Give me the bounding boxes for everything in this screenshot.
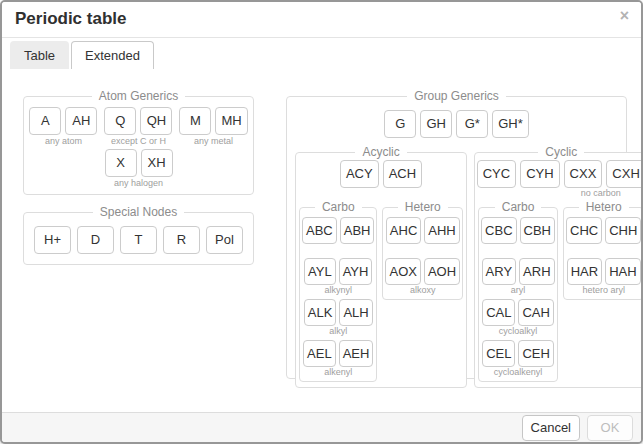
alkenyl-label: alkenyl (324, 367, 352, 378)
no-carbon-label: no carbon (558, 188, 643, 199)
ahc-group: AHC AHH (385, 217, 460, 255)
cycloalkyl-group: CAL CAH cycloalkyl (481, 299, 555, 337)
cel-button[interactable]: CEL (482, 340, 515, 367)
group-generics-columns: Acyclic ACY ACH Carbo ABC ABH (287, 138, 626, 388)
alh-button[interactable]: ALH (339, 299, 372, 326)
abc-button[interactable]: ABC (302, 217, 337, 244)
pol-button[interactable]: Pol (206, 226, 243, 254)
cxx-button[interactable]: CXX (564, 160, 603, 188)
cal-button[interactable]: CAL (482, 299, 515, 326)
arh-button[interactable]: ARH (519, 258, 554, 285)
any-atom-group: A AH any atom (29, 107, 97, 147)
abc-group: ABC ABH (302, 217, 374, 255)
cbc-button[interactable]: CBC (481, 217, 516, 244)
cbh-button[interactable]: CBH (520, 217, 555, 244)
hetero-aryl-group: HAR HAH hetero aryl (566, 258, 641, 296)
h-plus-button[interactable]: H+ (34, 226, 71, 254)
cyclic-top-row: CYC CYH CXX CXH (475, 159, 643, 188)
cxh-button[interactable]: CXH (606, 160, 643, 188)
dialog-footer: Cancel OK (2, 412, 641, 442)
g-star-button[interactable]: G* (456, 110, 488, 138)
cyh-button[interactable]: CYH (520, 160, 559, 188)
har-button[interactable]: HAR (567, 258, 602, 285)
ael-button[interactable]: AEL (303, 340, 336, 367)
xh-button[interactable]: XH (141, 149, 173, 177)
x-button[interactable]: X (105, 149, 137, 177)
ok-button[interactable]: OK (587, 415, 633, 441)
alkyl-group: ALK ALH alkyl (302, 299, 374, 337)
abh-button[interactable]: ABH (340, 217, 375, 244)
gh-button[interactable]: GH (420, 110, 452, 138)
r-button[interactable]: R (163, 226, 200, 254)
d-button[interactable]: D (77, 226, 114, 254)
any-atom-label: any atom (45, 135, 82, 147)
aryl-group: ARY ARH aryl (481, 258, 555, 296)
special-nodes-row: H+ D T R Pol (24, 219, 253, 254)
cyclic-hetero-legend: Hetero (579, 200, 629, 214)
close-icon[interactable]: × (620, 8, 629, 24)
chh-button[interactable]: CHH (605, 217, 641, 244)
except-c-or-h-group: Q QH except C or H (104, 107, 172, 147)
a-button[interactable]: A (29, 107, 61, 135)
cycloalkenyl-label: cycloalkenyl (494, 367, 543, 378)
hetero-aryl-label: hetero aryl (582, 285, 625, 296)
alkoxy-group: AOX AOH alkoxy (385, 258, 460, 296)
ah-button[interactable]: AH (65, 107, 97, 135)
cbc-group: CBC CBH (481, 217, 555, 255)
atom-generics-row-1: A AH any atom Q QH except C or H M MH an… (24, 103, 253, 147)
ahc-button[interactable]: AHC (386, 217, 421, 244)
acyclic-top-row: ACY ACH (296, 159, 466, 188)
alk-button[interactable]: ALK (304, 299, 337, 326)
tab-table[interactable]: Table (10, 41, 69, 69)
acyclic-hetero-legend: Hetero (398, 200, 448, 214)
tab-extended[interactable]: Extended (71, 41, 154, 69)
t-button[interactable]: T (120, 226, 157, 254)
aox-button[interactable]: AOX (385, 258, 420, 285)
special-nodes-fieldset: Special Nodes H+ D T R Pol (23, 205, 254, 265)
cancel-button[interactable]: Cancel (522, 415, 580, 441)
alkynyl-label: alkynyl (324, 285, 352, 296)
atom-generics-legend: Atom Generics (92, 89, 185, 103)
periodic-table-dialog: Periodic table × Table Extended Atom Gen… (0, 0, 643, 444)
spacer-label (296, 188, 466, 199)
dialog-title: Periodic table (15, 9, 126, 29)
ahh-button[interactable]: AHH (424, 217, 459, 244)
hah-button[interactable]: HAH (605, 258, 640, 285)
acy-button[interactable]: ACY (340, 160, 379, 188)
any-metal-label: any metal (194, 135, 233, 147)
g-button[interactable]: G (384, 110, 416, 138)
ayl-button[interactable]: AYL (304, 258, 336, 285)
ceh-button[interactable]: CEH (518, 340, 553, 367)
alkynyl-group: AYL AYH alkynyl (302, 258, 374, 296)
ary-button[interactable]: ARY (482, 258, 517, 285)
acyclic-carbo-fieldset: Carbo ABC ABH AYL AYH (299, 200, 377, 382)
alkenyl-group: AEL AEH alkenyl (302, 340, 374, 378)
acyclic-hetero-fieldset: Hetero AHC AHH AOX AOH (382, 200, 463, 300)
chc-button[interactable]: CHC (566, 217, 602, 244)
alkoxy-label: alkoxy (410, 285, 436, 296)
atom-generics-fieldset: Atom Generics A AH any atom Q QH except … (23, 89, 254, 195)
chc-group: CHC CHH (566, 217, 641, 255)
except-c-or-h-label: except C or H (111, 135, 166, 147)
alkyl-label: alkyl (329, 326, 347, 337)
gh-star-button[interactable]: GH* (492, 110, 529, 138)
cyclic-columns: Carbo CBC CBH ARY ARH (475, 199, 643, 387)
m-button[interactable]: M (179, 107, 211, 135)
q-button[interactable]: Q (104, 107, 136, 135)
any-metal-group: M MH any metal (179, 107, 247, 147)
cyclic-legend: Cyclic (538, 145, 584, 159)
cyc-button[interactable]: CYC (477, 160, 516, 188)
mh-button[interactable]: MH (215, 107, 247, 135)
qh-button[interactable]: QH (140, 107, 172, 135)
cyclic-carbo-fieldset: Carbo CBC CBH ARY ARH (478, 200, 558, 382)
aoh-button[interactable]: AOH (424, 258, 460, 285)
acyclic-carbo-legend: Carbo (315, 200, 362, 214)
aeh-button[interactable]: AEH (339, 340, 374, 367)
dialog-header: Periodic table × (2, 2, 641, 38)
ach-button[interactable]: ACH (383, 160, 422, 188)
ayh-button[interactable]: AYH (339, 258, 373, 285)
cah-button[interactable]: CAH (518, 299, 553, 326)
cyclic-fieldset: Cyclic CYC CYH CXX CXH no carbon Carbo C… (474, 145, 643, 388)
aryl-label: aryl (511, 285, 526, 296)
any-halogen-label: any halogen (114, 177, 163, 189)
